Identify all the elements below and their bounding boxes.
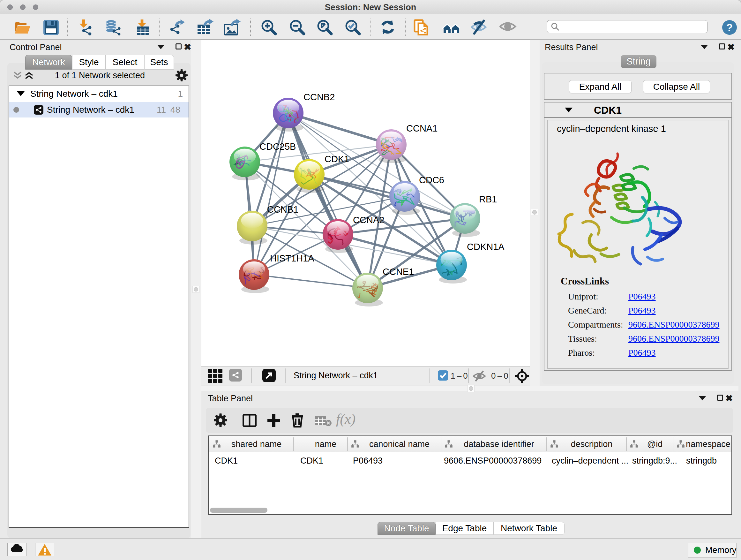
svg-text:CCNA1: CCNA1 (406, 123, 437, 133)
svg-text:CDKN1A: CDKN1A (467, 242, 504, 252)
svg-text:?: ? (726, 21, 733, 34)
svg-text:CCNB2: CCNB2 (304, 92, 335, 102)
svg-text:CCNA2: CCNA2 (353, 215, 384, 225)
svg-text:RB1: RB1 (479, 194, 497, 204)
svg-text:HIST1H1A: HIST1H1A (270, 253, 314, 263)
svg-text:CDC25B: CDC25B (259, 141, 296, 152)
svg-text:CCNE1: CCNE1 (383, 266, 414, 277)
svg-text:CCNB1: CCNB1 (267, 204, 298, 214)
svg-text:CDC6: CDC6 (419, 175, 444, 185)
svg-text:CDK1: CDK1 (325, 154, 349, 164)
